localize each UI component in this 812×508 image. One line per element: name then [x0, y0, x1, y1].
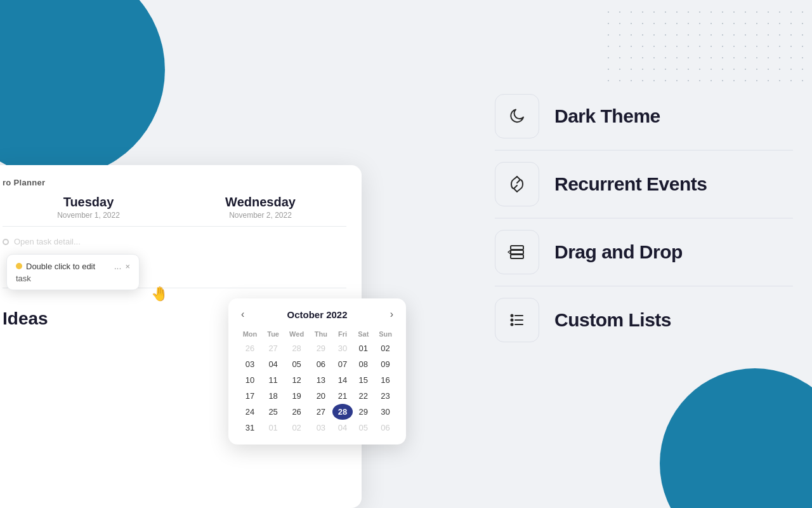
calendar-row-3: 17181920212223 — [237, 388, 397, 404]
calendar-cell-1-1[interactable]: 04 — [263, 356, 284, 372]
calendar-prev-button[interactable]: ‹ — [237, 307, 248, 321]
calendar-cell-5-1: 01 — [263, 420, 284, 436]
calendar-cell-1-4[interactable]: 07 — [332, 356, 353, 372]
calendar-cell-2-4[interactable]: 14 — [332, 372, 353, 388]
svg-rect-1 — [511, 250, 523, 254]
planner-header: Tuesday November 1, 2022 Wednesday Novem… — [0, 195, 362, 226]
task-tooltip-body: task — [16, 274, 130, 283]
hand-cursor-icon: 🤚 — [151, 286, 168, 302]
calendar-cell-0-5[interactable]: 01 — [353, 340, 374, 356]
calendar-grid: MonTueWedThuFriSatSun 262728293001020304… — [237, 328, 397, 436]
calendar-weekday-fri: Fri — [332, 328, 353, 340]
calendar-cell-2-6[interactable]: 16 — [374, 372, 397, 388]
calendar-cell-3-1[interactable]: 18 — [263, 388, 284, 404]
feature-item-drag-and-drop: Drag and Drop — [495, 218, 793, 286]
calendar-cell-1-3[interactable]: 06 — [310, 356, 332, 372]
calendar-row-0: 26272829300102 — [237, 340, 397, 356]
planner-day-wednesday: Wednesday November 2, 2022 — [174, 195, 346, 226]
task-placeholder-text: Open task detail... — [14, 237, 81, 246]
calendar-cell-3-4[interactable]: 21 — [332, 388, 353, 404]
calendar-cell-2-0[interactable]: 10 — [237, 372, 263, 388]
features-panel: Dark Theme Recurrent Events Drag and Dro… — [495, 83, 793, 354]
wednesday-date: November 2, 2022 — [174, 211, 346, 220]
calendar-body: 2627282930010203040506070809101112131415… — [237, 340, 397, 436]
calendar-cell-4-5[interactable]: 29 — [353, 404, 374, 420]
calendar-popup: ‹ October 2022 › MonTueWedThuFriSatSun 2… — [228, 298, 406, 444]
svg-rect-2 — [511, 255, 523, 258]
calendar-weekdays-row: MonTueWedThuFriSatSun — [237, 328, 397, 340]
calendar-cell-3-2[interactable]: 19 — [284, 388, 310, 404]
calendar-cell-3-5[interactable]: 22 — [353, 388, 374, 404]
svg-point-3 — [511, 314, 514, 318]
task-tooltip-title: Double click to edit — [16, 262, 95, 271]
calendar-title: October 2022 — [287, 309, 347, 320]
calendar-cell-3-6[interactable]: 23 — [374, 388, 397, 404]
task-tooltip-close-button[interactable]: × — [125, 262, 130, 271]
features-list: Dark Theme Recurrent Events Drag and Dro… — [495, 83, 793, 354]
feature-item-dark-theme: Dark Theme — [495, 83, 793, 150]
calendar-weekday-sun: Sun — [374, 328, 397, 340]
calendar-cell-0-4: 30 — [332, 340, 353, 356]
calendar-cell-0-6[interactable]: 02 — [374, 340, 397, 356]
calendar-cell-5-6: 06 — [374, 420, 397, 436]
calendar-cell-4-1[interactable]: 25 — [263, 404, 284, 420]
list-icon-box — [495, 298, 539, 342]
calendar-row-1: 03040506070809 — [237, 356, 397, 372]
calendar-weekday-tue: Tue — [263, 328, 284, 340]
calendar-cell-4-6[interactable]: 30 — [374, 404, 397, 420]
calendar-cell-4-2[interactable]: 26 — [284, 404, 310, 420]
calendar-cell-4-0[interactable]: 24 — [237, 404, 263, 420]
calendar-cell-5-4: 04 — [332, 420, 353, 436]
calendar-cell-4-4[interactable]: 28 — [332, 404, 353, 420]
calendar-next-button[interactable]: › — [386, 307, 397, 321]
calendar-cell-1-5[interactable]: 08 — [353, 356, 374, 372]
calendar-cell-4-3[interactable]: 27 — [310, 404, 332, 420]
calendar-cell-1-6[interactable]: 09 — [374, 356, 397, 372]
calendar-cell-5-5: 05 — [353, 420, 374, 436]
wednesday-name: Wednesday — [174, 195, 346, 210]
calendar-cell-3-0[interactable]: 17 — [237, 388, 263, 404]
calendar-cell-2-1[interactable]: 11 — [263, 372, 284, 388]
calendar-row-5: 31010203040506 — [237, 420, 397, 436]
calendar-row-2: 10111213141516 — [237, 372, 397, 388]
calendar-cell-1-0[interactable]: 03 — [237, 356, 263, 372]
task-dot-yellow — [16, 263, 22, 269]
task-tooltip-actions: ... × — [114, 261, 130, 271]
calendar-weekday-wed: Wed — [284, 328, 310, 340]
calendar-cell-0-1: 27 — [263, 340, 284, 356]
task-tooltip-header: Double click to edit ... × — [16, 261, 130, 271]
layers-icon-box — [495, 230, 539, 274]
feature-label-custom-lists: Custom Lists — [554, 309, 671, 331]
bg-circle-bottom-right — [660, 368, 812, 508]
task-dot — [3, 239, 9, 245]
svg-point-5 — [511, 319, 514, 322]
calendar-cell-2-2[interactable]: 12 — [284, 372, 310, 388]
calendar-header: ‹ October 2022 › — [237, 307, 397, 321]
dot-grid-decoration — [603, 6, 806, 83]
calendar-cell-2-3[interactable]: 13 — [310, 372, 332, 388]
task-placeholder-row: Open task detail... — [3, 237, 346, 246]
svg-point-7 — [511, 323, 514, 326]
feature-item-custom-lists: Custom Lists — [495, 286, 793, 354]
feature-label-dark-theme: Dark Theme — [554, 105, 660, 127]
bg-circle-top-left — [0, 0, 165, 178]
moon-icon-box — [495, 94, 539, 138]
task-tooltip-title-text: Double click to edit — [26, 262, 95, 271]
calendar-weekday-sat: Sat — [353, 328, 374, 340]
calendar-weekday-mon: Mon — [237, 328, 263, 340]
recycle-icon-box — [495, 162, 539, 206]
calendar-cell-0-2: 28 — [284, 340, 310, 356]
calendar-cell-3-3[interactable]: 20 — [310, 388, 332, 404]
calendar-row-4: 24252627282930 — [237, 404, 397, 420]
planner-day-tuesday: Tuesday November 1, 2022 — [3, 195, 174, 226]
calendar-cell-5-0[interactable]: 31 — [237, 420, 263, 436]
calendar-cell-0-3: 29 — [310, 340, 332, 356]
app-title: ro Planner — [0, 178, 362, 195]
calendar-cell-2-5[interactable]: 15 — [353, 372, 374, 388]
feature-item-recurrent-events: Recurrent Events — [495, 150, 793, 218]
calendar-weekday-thu: Thu — [310, 328, 332, 340]
feature-label-recurrent-events: Recurrent Events — [554, 173, 707, 195]
calendar-cell-1-2[interactable]: 05 — [284, 356, 310, 372]
calendar-cell-0-0: 26 — [237, 340, 263, 356]
task-tooltip-more-button[interactable]: ... — [114, 261, 122, 271]
